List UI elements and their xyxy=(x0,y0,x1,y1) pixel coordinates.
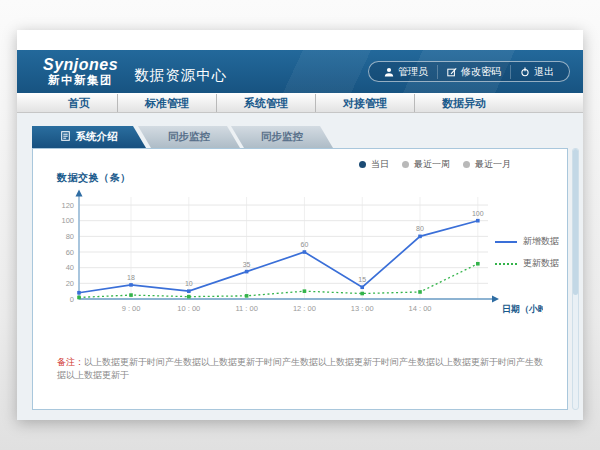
nav-item-data-change[interactable]: 数据异动 xyxy=(414,94,513,112)
scrollbar-thumb[interactable] xyxy=(573,149,578,295)
svg-text:10: 10 xyxy=(185,280,193,287)
user-menu: 管理员 修改密码 退出 xyxy=(368,61,570,82)
svg-text:20: 20 xyxy=(66,279,74,288)
chart-legend: 新增数据 更新数据 xyxy=(495,235,559,279)
document-icon xyxy=(61,131,70,143)
time-range-filter: 当日 最近一周 最近一月 xyxy=(359,158,511,171)
vertical-scrollbar[interactable] xyxy=(572,148,579,410)
edit-icon xyxy=(447,67,457,77)
svg-text:13 : 00: 13 : 00 xyxy=(351,304,374,313)
chart-panel: 当日 最近一周 最近一月 数据交换（条） 0204060801001209 : … xyxy=(32,148,568,410)
y-axis-title: 数据交换（条） xyxy=(57,171,131,185)
svg-text:18: 18 xyxy=(127,274,135,281)
nav-item-home[interactable]: 首页 xyxy=(41,94,117,112)
power-icon xyxy=(520,67,530,77)
svg-text:100: 100 xyxy=(61,216,74,225)
nav-item-interface-mgmt[interactable]: 对接管理 xyxy=(315,94,414,112)
legend-item-update-data: 更新数据 xyxy=(495,257,559,270)
svg-text:日期（小时）: 日期（小时） xyxy=(502,304,543,314)
legend-item-new-data: 新增数据 xyxy=(495,235,559,248)
logout-button[interactable]: 退出 xyxy=(510,65,563,79)
company-logo: Synjones 新中新集团 xyxy=(43,56,118,88)
radio-dot xyxy=(463,161,470,168)
tab-bar: 系统介绍 同步监控 同步监控 xyxy=(32,126,583,148)
footnote-label: 备注： xyxy=(57,357,84,367)
content-area: 系统介绍 同步监控 同步监控 当日 最近一周 xyxy=(17,113,583,420)
svg-text:120: 120 xyxy=(61,201,74,210)
page-title: 数据资源中心 xyxy=(134,66,227,85)
line-chart: 0204060801001209 : 0010 : 0011 : 0012 : … xyxy=(33,189,543,339)
new-data-line-swatch xyxy=(495,241,517,243)
tab-label: 同步监控 xyxy=(168,130,210,144)
main-nav: 首页 标准管理 系统管理 对接管理 数据异动 xyxy=(17,93,583,113)
nav-item-standard-mgmt[interactable]: 标准管理 xyxy=(117,94,216,112)
admin-user-button[interactable]: 管理员 xyxy=(375,65,437,79)
change-password-button[interactable]: 修改密码 xyxy=(437,65,510,79)
tab-sync-monitor-2[interactable]: 同步监控 xyxy=(231,126,333,148)
radio-label: 最近一周 xyxy=(414,158,450,171)
svg-text:60: 60 xyxy=(66,248,74,257)
svg-text:80: 80 xyxy=(66,232,74,241)
radio-label: 最近一月 xyxy=(475,158,511,171)
change-password-label: 修改密码 xyxy=(461,65,501,79)
svg-text:35: 35 xyxy=(243,261,251,268)
svg-text:9 : 00: 9 : 00 xyxy=(122,304,141,313)
legend-label: 新增数据 xyxy=(523,235,559,248)
tab-label: 同步监控 xyxy=(261,130,303,144)
legend-label: 更新数据 xyxy=(523,257,559,270)
logout-label: 退出 xyxy=(534,65,554,79)
svg-text:60: 60 xyxy=(301,241,309,248)
nav-item-system-mgmt[interactable]: 系统管理 xyxy=(216,94,315,112)
app-window: Synjones 新中新集团 数据资源中心 管理员 修改密码 退出 xyxy=(17,30,583,420)
svg-text:100: 100 xyxy=(472,210,484,217)
radio-last-week[interactable]: 最近一周 xyxy=(402,158,450,171)
update-data-line-swatch xyxy=(495,263,517,265)
footnote: 备注：以上数据更新于时间产生数据以上数据更新于时间产生数据以上数据更新于时间产生… xyxy=(57,356,547,381)
svg-text:11 : 00: 11 : 00 xyxy=(235,304,257,313)
radio-label: 当日 xyxy=(371,158,389,171)
svg-text:0: 0 xyxy=(70,295,74,304)
svg-text:14 : 00: 14 : 00 xyxy=(409,304,432,313)
radio-last-month[interactable]: 最近一月 xyxy=(463,158,511,171)
window-top-strip xyxy=(17,30,583,50)
tab-sync-monitor-1[interactable]: 同步监控 xyxy=(138,126,240,148)
svg-text:80: 80 xyxy=(416,225,424,232)
tab-label: 系统介绍 xyxy=(76,130,118,144)
footnote-text: 以上数据更新于时间产生数据以上数据更新于时间产生数据以上数据更新于时间产生数据以… xyxy=(57,357,543,380)
app-header: Synjones 新中新集团 数据资源中心 管理员 修改密码 退出 xyxy=(17,50,583,93)
svg-text:15: 15 xyxy=(358,276,366,283)
logo-company-name: 新中新集团 xyxy=(43,74,118,87)
tab-system-intro[interactable]: 系统介绍 xyxy=(32,126,146,148)
svg-text:10 : 00: 10 : 00 xyxy=(177,304,200,313)
user-icon xyxy=(384,67,394,77)
logo-brand-text: Synjones xyxy=(43,56,118,74)
svg-text:12 : 00: 12 : 00 xyxy=(293,304,316,313)
radio-dot xyxy=(402,161,409,168)
radio-today[interactable]: 当日 xyxy=(359,158,389,171)
radio-dot xyxy=(359,161,366,168)
svg-text:40: 40 xyxy=(66,263,74,272)
admin-user-label: 管理员 xyxy=(398,65,428,79)
